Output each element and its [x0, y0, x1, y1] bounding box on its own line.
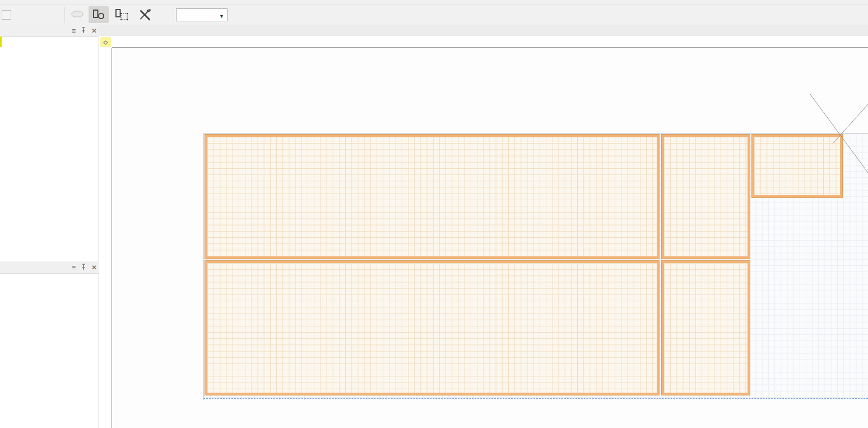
ruler-cursor-tick — [0, 36, 2, 47]
vertical-ruler — [99, 48, 112, 428]
title-block[interactable] — [753, 261, 868, 402]
additional-tools-palette-header[interactable]: ≡ ✕ — [0, 261, 99, 274]
viewport-bestaande-toestand[interactable] — [205, 135, 659, 259]
main-toolbar: ▼ — [0, 5, 868, 25]
chevron-down-icon: ▼ — [219, 13, 224, 19]
additional-tools-grid — [0, 275, 99, 292]
object-display-toggle-icon[interactable] — [89, 6, 109, 23]
automatic-plane-checkbox[interactable] — [2, 10, 11, 20]
working-planes-icon[interactable] — [67, 6, 86, 23]
selection-display-icon[interactable] — [111, 6, 132, 23]
menu-icon[interactable]: ≡ — [72, 264, 76, 271]
active-set-dropdown[interactable]: ▼ — [176, 8, 228, 21]
basic-tools-palette-header[interactable]: ≡ ✕ — [0, 25, 99, 37]
viewport-ontworpen-toestand[interactable] — [205, 261, 659, 395]
pin-icon[interactable] — [81, 264, 86, 271]
application-window: ▼ ≡ ✕ ≡ ✕ — [0, 0, 868, 428]
drawing-canvas[interactable] — [112, 48, 868, 428]
menu-icon[interactable]: ≡ — [72, 27, 76, 34]
close-icon[interactable]: ✕ — [91, 27, 97, 34]
toolbar-separator — [64, 7, 65, 23]
tool-settings-icon[interactable] — [136, 6, 155, 23]
palette-column: ≡ ✕ ≡ ✕ — [0, 25, 99, 428]
corner-cross-marker — [800, 89, 868, 180]
legend-bestaand-panel[interactable] — [662, 135, 750, 259]
legend-ontwerp-panel[interactable] — [662, 261, 750, 395]
menu-strip — [0, 0, 868, 5]
horizontal-ruler — [112, 36, 868, 48]
pin-icon[interactable] — [81, 27, 86, 35]
close-icon[interactable]: ✕ — [91, 264, 97, 271]
ruler-origin-button[interactable]: ☼ — [99, 36, 112, 48]
origin-sun-icon: ☼ — [100, 37, 111, 47]
